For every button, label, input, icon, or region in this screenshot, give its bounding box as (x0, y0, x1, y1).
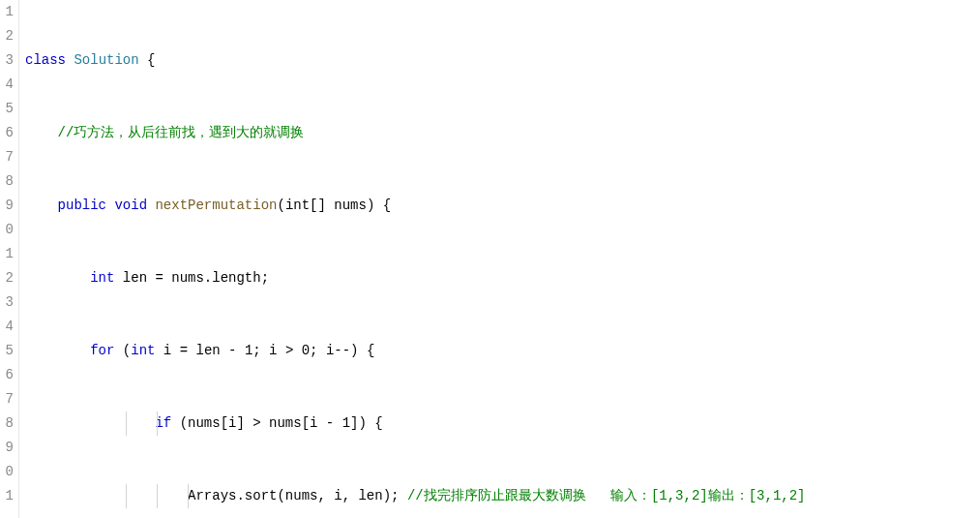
line-number: 5 (0, 339, 14, 363)
line-number: 2 (0, 266, 14, 290)
line-number: 6 (0, 121, 14, 145)
line-number-gutter: 1 2 3 4 5 6 7 8 9 0 1 2 3 4 5 6 7 8 9 0 … (0, 0, 19, 518)
line-number: 1 (0, 0, 14, 24)
keyword-for: for (90, 343, 114, 358)
line-number: 7 (0, 387, 14, 411)
line-number: 8 (0, 169, 14, 194)
code-line[interactable]: class Solution { (25, 48, 980, 73)
keyword-void: void (114, 198, 147, 213)
line-number: 0 (0, 218, 14, 242)
code-text: Arrays.sort(nums, i, len); (188, 488, 407, 503)
code-editor[interactable]: class Solution { //巧方法，从后往前找，遇到大的就调换 pub… (19, 0, 980, 518)
line-number: 6 (0, 363, 14, 387)
line-number: 7 (0, 145, 14, 169)
comment: //巧方法，从后往前找，遇到大的就调换 (58, 125, 305, 140)
keyword-class: class (25, 52, 66, 68)
code-text: (nums[i] > nums[i - 1]) { (171, 415, 382, 431)
code-line[interactable]: //巧方法，从后往前找，遇到大的就调换 (25, 121, 980, 145)
line-number: 3 (0, 290, 14, 315)
class-name: Solution (74, 52, 138, 68)
line-number: 0 (0, 460, 14, 484)
code-line[interactable]: int len = nums.length; (25, 266, 980, 290)
code-line[interactable]: Arrays.sort(nums, i, len); //找完排序防止跟最大数调… (25, 484, 980, 508)
keyword-int: int (90, 270, 114, 286)
line-number: 2 (0, 24, 14, 48)
line-number: 1 (0, 242, 14, 266)
keyword-public: public (58, 198, 106, 213)
code-line[interactable]: for (int i = len - 1; i > 0; i--) { (25, 339, 980, 363)
keyword-if: if (155, 415, 171, 431)
comment: //找完排序防止跟最大数调换 输入：[1,3,2]输出：[3,1,2] (407, 488, 806, 503)
code-text: i = len - 1; i > 0; i--) { (155, 343, 374, 358)
paren: ( (114, 343, 131, 358)
code-line[interactable]: public void nextPermutation(int[] nums) … (25, 194, 980, 218)
line-number: 9 (0, 436, 14, 460)
line-number: 4 (0, 73, 14, 97)
line-number: 3 (0, 48, 14, 73)
code-line[interactable]: if (nums[i] > nums[i - 1]) { (25, 411, 980, 436)
line-number: 1 (0, 484, 14, 508)
code-text: len = nums.length; (114, 270, 269, 286)
function-name: nextPermutation (155, 198, 277, 213)
line-number: 4 (0, 315, 14, 339)
line-number: 9 (0, 194, 14, 218)
signature: (int[] nums) { (277, 198, 391, 213)
keyword-int: int (131, 343, 155, 358)
brace: { (139, 52, 156, 68)
line-number: 8 (0, 411, 14, 436)
line-number: 5 (0, 97, 14, 121)
